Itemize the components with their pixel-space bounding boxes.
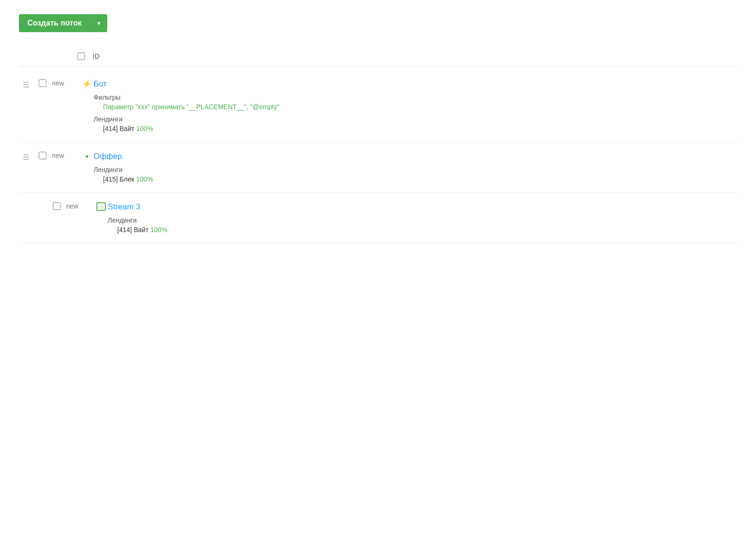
drag-icon: ☰ — [23, 80, 29, 89]
stream-name-link[interactable]: Бот — [94, 79, 737, 89]
landings-label: Лендинги — [94, 115, 737, 123]
landing-percent: 100% — [136, 125, 153, 132]
stream-name-link[interactable]: Stream 3 — [108, 202, 737, 212]
landing-percent: 100% — [150, 226, 167, 234]
stream-status: new — [52, 79, 80, 87]
streams-list: ☰ new ⚡ Бот Фильтры Параметр "xxx" прини… — [19, 70, 737, 243]
stream-content: Stream 3 Лендинги [414] Вайт 100% — [108, 202, 737, 234]
stream-content: Бот Фильтры Параметр "xxx" принимать "__… — [94, 79, 737, 132]
dot-icon: • — [85, 152, 88, 161]
create-stream-dropdown-arrow[interactable] — [91, 16, 107, 31]
landing-name: [415] Блек — [103, 175, 136, 183]
redirect-icon: → — [96, 202, 106, 211]
row-checkbox-area — [33, 79, 52, 87]
row-checkbox-area — [47, 202, 66, 210]
landing-percent: 100% — [136, 175, 153, 183]
drag-icon: ☰ — [23, 153, 29, 162]
stream-row: ☰ new ⚡ Бот Фильтры Параметр "xxx" прини… — [19, 70, 737, 142]
landings-label: Лендинги — [94, 166, 737, 173]
id-column-header: ID — [93, 52, 100, 60]
drag-handle[interactable]: ☰ — [19, 79, 33, 89]
stream-row: ☰ new • Оффер Лендинги [415] Блек 100% — [19, 142, 737, 193]
table-header-row: ID — [19, 46, 737, 66]
landings-label: Лендинги — [108, 217, 737, 224]
stream-row: ☰ new → Stream 3 Лендинги [414] Вайт 100… — [19, 193, 737, 243]
lightning-icon: ⚡ — [82, 79, 92, 88]
landings-section: Лендинги [415] Блек 100% — [94, 166, 737, 183]
stream-name-link[interactable]: Оффер — [94, 152, 737, 161]
row-checkbox[interactable] — [53, 202, 60, 210]
drag-handle[interactable]: ☰ — [19, 152, 33, 162]
landing-item: [415] Блек 100% — [103, 175, 737, 183]
create-stream-label[interactable]: Создать поток — [19, 14, 90, 32]
landings-section: Лендинги [414] Вайт 100% — [94, 115, 737, 132]
landing-item: [414] Вайт 100% — [117, 226, 737, 234]
row-checkbox[interactable] — [39, 152, 46, 159]
landing-item: [414] Вайт 100% — [103, 125, 737, 132]
row-checkbox[interactable] — [39, 79, 46, 87]
row-checkbox-area — [33, 152, 52, 159]
filters-label: Фильтры — [94, 94, 737, 101]
stream-type-icon: • — [80, 152, 94, 161]
landing-name: [414] Вайт — [117, 226, 150, 234]
landings-section: Лендинги [414] Вайт 100% — [108, 217, 737, 234]
stream-content: Оффер Лендинги [415] Блек 100% — [94, 152, 737, 183]
header-checkbox-area — [19, 52, 85, 60]
create-button-wrapper: Создать поток — [19, 14, 737, 32]
landing-name: [414] Вайт — [103, 125, 136, 132]
stream-type-icon: ⚡ — [80, 79, 94, 88]
select-all-checkbox[interactable] — [77, 52, 85, 60]
page-container: Создать поток ID ☰ new ⚡ Бот — [0, 0, 756, 258]
create-stream-button[interactable]: Создать поток — [19, 14, 107, 32]
stream-type-icon: → — [94, 202, 108, 211]
filter-value: Параметр "xxx" принимать "__PLACEMENT__"… — [103, 103, 737, 111]
stream-status: new — [66, 202, 94, 210]
stream-status: new — [52, 152, 80, 159]
filters-section: Фильтры Параметр "xxx" принимать "__PLAC… — [94, 94, 737, 111]
